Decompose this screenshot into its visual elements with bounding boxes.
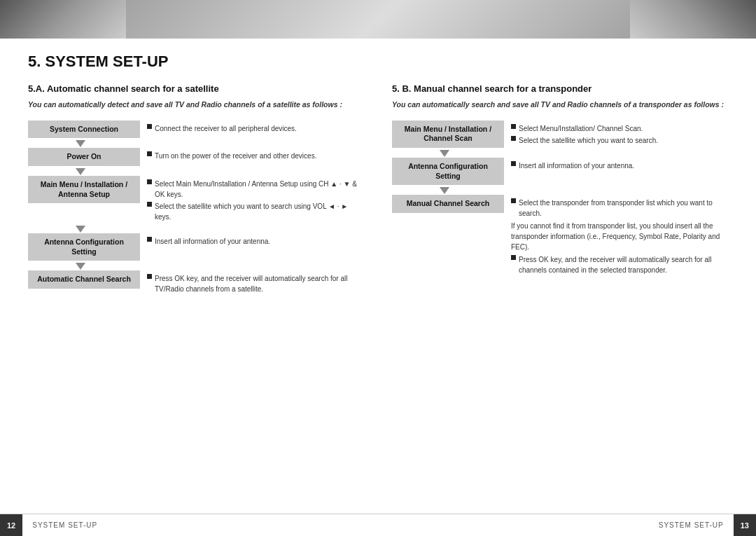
footer-page-left: 12 [0,514,22,536]
section-a-description: You can automatically detect and save al… [28,99,364,111]
step-box-channel-scan: Main Menu / Installation / Channel Scan [392,121,504,148]
step-row: Automatic Channel Search Press OK key, a… [28,270,364,296]
columns-container: 5.A. Automatic channel search for a sate… [28,83,728,297]
step-box-antenna-config: Antenna Configuration Setting [28,233,140,261]
bullet-icon [147,179,152,184]
footer-page-right: 13 [734,514,756,536]
bullet-icon [147,274,152,279]
step-desc-main-menu: Select Main Menu/Installation / Antenna … [147,176,364,224]
step-row: Power On Turn on the power of the receiv… [28,148,364,166]
section-a-steps: System Connection Connect the receiver t… [28,121,364,298]
step-desc-system-connection: Connect the receiver to all peripheral d… [147,121,364,135]
footer: 12 SYSTEM SET-UP SYSTEM SET-UP 13 [0,514,756,536]
arrow-down-icon [76,140,85,147]
step-desc-antenna-config-b: Insert all information of your antenna. [511,158,728,172]
column-b: 5. B. Manual channel search for a transp… [392,83,728,297]
step-arrow [392,187,728,194]
step-desc-auto-channel: Press OK key, and the receiver will auto… [147,270,364,296]
bullet-icon [147,151,152,156]
step-row: System Connection Connect the receiver t… [28,121,364,139]
step-desc-power-on: Turn on the power of the receiver and ot… [147,148,364,163]
bullet-icon [147,202,152,207]
column-a: 5.A. Automatic channel search for a sate… [28,83,364,297]
step-row: Antenna Configuration Setting Insert all… [392,158,728,185]
step-arrow [28,140,364,147]
footer-left: 12 SYSTEM SET-UP [0,514,107,536]
bullet-icon [511,255,516,260]
step-box-power-on: Power On [28,148,140,166]
step-desc-manual-channel: Select the transponder from transponder … [511,195,728,277]
page-title: 5. SYSTEM SET-UP [28,53,728,71]
section-b-description: You can automatically search and save al… [392,99,728,111]
bullet-icon [511,124,516,129]
arrow-down-icon [440,187,449,194]
bullet-icon [511,161,516,166]
header-decoration [0,0,756,39]
step-desc-antenna-config: Insert all information of your antenna. [147,233,364,248]
step-box-auto-channel: Automatic Channel Search [28,270,140,289]
step-row: Manual Channel Search Select the transpo… [392,195,728,277]
step-row: Main Menu / Installation / Antenna Setup… [28,176,364,224]
step-box-manual-channel: Manual Channel Search [392,195,504,213]
arrow-down-icon [440,150,449,157]
step-arrow [28,263,364,270]
step-arrow [392,150,728,157]
footer-label-right: SYSTEM SET-UP [649,521,734,529]
footer-right: SYSTEM SET-UP 13 [649,514,756,536]
section-a-heading: 5.A. Automatic channel search for a sate… [28,83,364,94]
step-arrow [28,168,364,175]
bullet-icon [511,136,516,141]
step-arrow [28,226,364,233]
footer-label-left: SYSTEM SET-UP [22,521,107,529]
bullet-icon [147,237,152,242]
arrow-down-icon [76,263,85,270]
arrow-down-icon [76,226,85,233]
section-b-steps: Main Menu / Installation / Channel Scan … [392,121,728,279]
step-row: Main Menu / Installation / Channel Scan … [392,121,728,148]
step-box-antenna-config-b: Antenna Configuration Setting [392,158,504,185]
arrow-down-icon [76,168,85,175]
main-content: 5. SYSTEM SET-UP 5.A. Automatic channel … [0,39,756,304]
step-desc-channel-scan: Select Menu/Installation/ Channel Scan. … [511,121,728,147]
bullet-icon [511,198,516,203]
step-row: Antenna Configuration Setting Insert all… [28,233,364,261]
section-b-heading: 5. B. Manual channel search for a transp… [392,83,728,94]
step-box-main-menu: Main Menu / Installation / Antenna Setup [28,176,140,203]
bullet-icon [147,124,152,129]
step-box-system-connection: System Connection [28,121,140,139]
